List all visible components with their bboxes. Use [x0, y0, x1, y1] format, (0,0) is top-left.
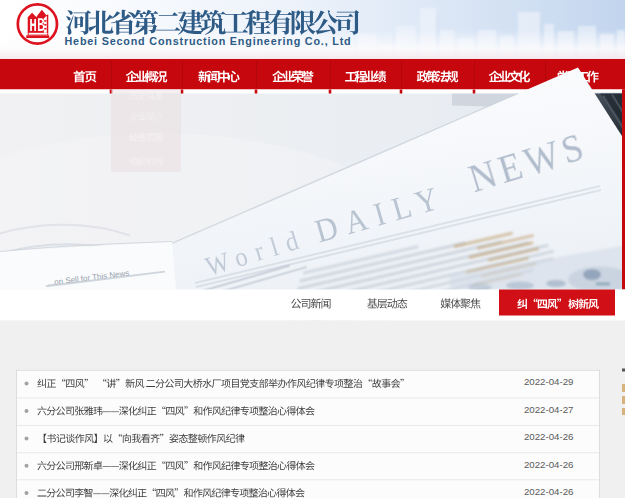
svg-text:2022-04-26: 2022-04-26	[524, 486, 574, 497]
svg-text:2022-04-26: 2022-04-26	[524, 431, 574, 442]
svg-text:2022-04-29: 2022-04-29	[524, 376, 574, 387]
svg-text:Hebei Second Construction Engi: Hebei Second Construction Engineering Co…	[65, 35, 352, 47]
svg-text:2022-04-27: 2022-04-27	[524, 404, 574, 415]
svg-text:2022-04-26: 2022-04-26	[524, 459, 574, 470]
